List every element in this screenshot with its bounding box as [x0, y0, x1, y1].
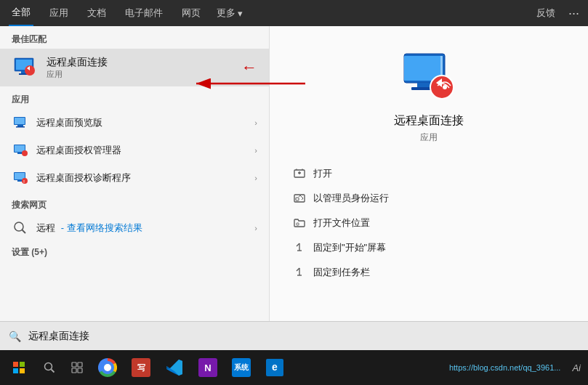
best-match-label: 最佳匹配: [0, 26, 269, 49]
search-bar: 🔍: [0, 321, 588, 350]
action-list: 打开 以管理员身份运行: [284, 161, 573, 285]
app-icon-auth-manager: [12, 142, 29, 159]
pin-taskbar-icon: [293, 266, 306, 279]
more-options-button[interactable]: ···: [568, 6, 579, 21]
search-web-label: 搜索网页: [0, 192, 269, 214]
best-match-type: 应用: [47, 69, 227, 80]
taskbar-ai-label[interactable]: Ai: [568, 362, 585, 373]
arrow-icon-web: ›: [254, 224, 257, 232]
apps-section-label: 应用: [0, 86, 269, 109]
search-window: 全部 应用 文档 电子邮件 网页 更多 ▾ 反馈 ··· 最佳匹配: [0, 0, 588, 349]
nav-item-docs[interactable]: 文档: [84, 1, 109, 25]
taskbar-browser2[interactable]: e: [259, 352, 291, 384]
svg-rect-39: [13, 362, 18, 367]
svg-rect-41: [13, 368, 18, 373]
svg-rect-22: [404, 56, 440, 81]
taskbar: 写 N 系统 e https://blog.csdn.net/qq_3961..…: [0, 350, 588, 385]
taskbar-writer[interactable]: 写: [125, 352, 157, 384]
windows-button[interactable]: [3, 352, 35, 384]
left-panel: 最佳匹配 远程桌面连接 应用: [0, 26, 269, 349]
open-icon: [293, 167, 306, 180]
svg-rect-47: [72, 368, 76, 373]
folder-icon: [293, 216, 306, 230]
svg-rect-45: [72, 362, 76, 367]
action-pin-start-label: 固定到"开始"屏幕: [313, 241, 386, 254]
svg-rect-29: [296, 198, 299, 200]
admin-icon: [293, 192, 306, 205]
svg-rect-23: [417, 83, 432, 87]
action-pin-taskbar[interactable]: 固定到任务栏: [284, 260, 573, 285]
action-open-location[interactable]: 打开文件位置: [284, 211, 573, 235]
taskbar-chrome[interactable]: [92, 352, 124, 384]
app-label-preview: 远程桌面预览版: [36, 116, 247, 129]
svg-rect-7: [17, 125, 23, 126]
list-item-auth-manager[interactable]: 远程桌面授权管理器 ›: [0, 137, 269, 164]
nav-item-apps[interactable]: 应用: [47, 1, 71, 25]
taskbar-search-button[interactable]: [36, 354, 63, 381]
svg-point-43: [45, 363, 52, 370]
search-web-icon: [12, 219, 29, 237]
svg-text:!: !: [23, 179, 25, 184]
app-icon-diag: !: [12, 169, 29, 187]
taskbar-task-view-button[interactable]: [64, 354, 90, 381]
arrow-icon-1: ›: [254, 146, 257, 155]
right-app-type: 应用: [420, 131, 438, 144]
top-nav: 全部 应用 文档 电子邮件 网页 更多 ▾ 反馈 ···: [0, 0, 588, 26]
nav-item-email[interactable]: 电子邮件: [122, 1, 166, 25]
right-panel: 远程桌面连接 应用 打开: [269, 26, 588, 349]
svg-rect-40: [20, 362, 25, 367]
tray-url[interactable]: https://blog.csdn.net/qq_3961...: [449, 363, 561, 372]
action-open-location-label: 打开文件位置: [313, 216, 370, 230]
search-web-link[interactable]: - 查看网络搜索结果: [61, 222, 142, 233]
svg-rect-48: [78, 368, 82, 373]
action-admin[interactable]: 以管理员身份运行: [284, 186, 573, 211]
svg-rect-42: [20, 368, 25, 373]
chevron-down-icon: ▾: [238, 8, 243, 19]
svg-line-19: [23, 230, 26, 234]
content-area: 最佳匹配 远程桌面连接 应用: [0, 26, 588, 349]
search-web-text: 远程 - 查看网络搜索结果: [36, 222, 247, 235]
action-open[interactable]: 打开: [284, 161, 573, 186]
svg-rect-6: [15, 118, 25, 124]
search-input[interactable]: [28, 331, 579, 342]
svg-rect-30: [297, 223, 299, 225]
nav-item-all[interactable]: 全部: [9, 0, 33, 26]
taskbar-onenote[interactable]: N: [192, 352, 224, 384]
arrow-icon-2: ›: [254, 174, 257, 182]
feedback-button[interactable]: 反馈: [536, 7, 555, 20]
taskbar-system[interactable]: 系统: [225, 352, 257, 384]
svg-rect-8: [16, 126, 25, 128]
arrow-icon-0: ›: [254, 118, 257, 127]
nav-item-more[interactable]: 更多 ▾: [217, 7, 243, 20]
right-app-icon: [400, 48, 458, 106]
taskbar-tray: https://blog.csdn.net/qq_3961...: [449, 363, 567, 372]
app-icon-preview: [12, 114, 29, 131]
app-label-auth-manager: 远程桌面授权管理器: [36, 144, 247, 157]
nav-item-web[interactable]: 网页: [179, 1, 204, 25]
highlight-arrow: ←: [241, 58, 257, 77]
search-bar-icon: 🔍: [9, 331, 21, 342]
action-open-label: 打开: [313, 167, 332, 180]
best-match-info: 远程桌面连接 应用: [47, 56, 227, 80]
action-pin-taskbar-label: 固定到任务栏: [313, 266, 370, 279]
pin-start-icon: [293, 241, 306, 254]
svg-text:e: e: [272, 361, 278, 373]
svg-point-18: [15, 222, 23, 231]
svg-rect-46: [78, 362, 82, 367]
right-app-name: 远程桌面连接: [394, 113, 464, 129]
app-label-diag: 远程桌面授权诊断程序: [36, 171, 247, 185]
svg-line-44: [52, 370, 55, 373]
svg-point-51: [104, 364, 111, 371]
svg-point-12: [22, 150, 28, 156]
remote-desktop-icon-small: [12, 54, 38, 81]
action-admin-label: 以管理员身份运行: [313, 192, 389, 205]
list-item-diag[interactable]: ! 远程桌面授权诊断程序 ›: [0, 164, 269, 192]
settings-label: 设置 (5+): [0, 242, 269, 262]
taskbar-vscode[interactable]: [158, 352, 190, 384]
action-pin-start[interactable]: 固定到"开始"屏幕: [284, 235, 573, 260]
best-match-name: 远程桌面连接: [47, 56, 227, 69]
search-web-item[interactable]: 远程 - 查看网络搜索结果 ›: [0, 214, 269, 242]
list-item-preview[interactable]: 远程桌面预览版 ›: [0, 109, 269, 137]
best-match-item[interactable]: 远程桌面连接 应用 ←: [0, 49, 269, 86]
